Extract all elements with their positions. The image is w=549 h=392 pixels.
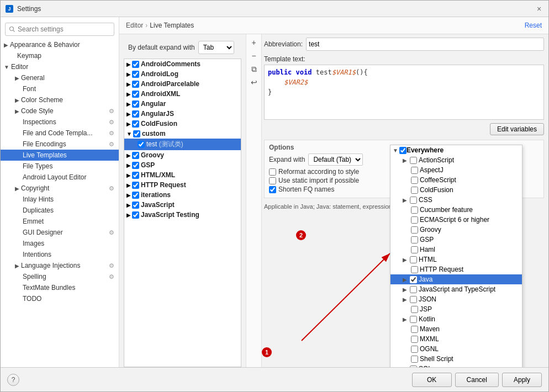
group-checkbox-android-log[interactable] (132, 71, 139, 78)
dd-item-checkbox-Groovy[interactable] (411, 226, 418, 234)
sidebar-item-editor[interactable]: ▼Editor (1, 61, 119, 72)
dd-item-checkbox-Java[interactable] (410, 276, 417, 283)
dd-item-checkbox-CoffeeScript[interactable] (411, 177, 418, 184)
sidebar-item-file-types[interactable]: File Types (1, 161, 119, 172)
sidebar-item-font[interactable]: Font (1, 83, 119, 94)
sidebar-item-color-scheme[interactable]: ▶Color Scheme (1, 94, 119, 105)
dd-item-checkbox-CSS[interactable] (410, 197, 417, 204)
sidebar-item-images[interactable]: Images (1, 238, 119, 249)
template-group-header-gsp[interactable]: ▶ GSP (124, 160, 241, 170)
template-group-header-custom[interactable]: ▼ custom (124, 129, 241, 139)
sidebar-item-intentions[interactable]: Intentions (1, 249, 119, 260)
dd-item-checkbox-ECMAScript 6 or higher[interactable] (411, 216, 418, 224)
sidebar-item-todo[interactable]: TODO (1, 293, 119, 304)
dd-item-coldfusion[interactable]: ColdFusion (390, 185, 522, 195)
template-group-header-android-log[interactable]: ▶ AndroidLog (124, 69, 241, 79)
dd-item-checkbox-JavaScript and TypeScript[interactable] (410, 286, 417, 293)
remove-button[interactable]: − (248, 50, 260, 62)
undo-button[interactable]: ↩ (248, 76, 260, 88)
dd-item-gsp[interactable]: GSP (390, 235, 522, 245)
dd-item-kotlin[interactable]: ▶ Kotlin (390, 314, 522, 324)
group-checkbox-iterations[interactable] (132, 192, 139, 199)
help-button[interactable]: ? (7, 374, 19, 386)
sidebar-item-file-and-code[interactable]: File and Code Templa...⚙ (1, 128, 119, 139)
sidebar-item-textmate[interactable]: TextMate Bundles (1, 282, 119, 293)
template-group-header-javascript[interactable]: ▶ JavaScript (124, 200, 241, 210)
template-group-header-android-xml[interactable]: ▶ AndroidXML (124, 89, 241, 99)
group-checkbox-groovy[interactable] (132, 152, 139, 159)
template-item-test-item[interactable]: test (测试类) (124, 139, 241, 150)
sidebar-item-inspections[interactable]: Inspections⚙ (1, 116, 119, 128)
template-group-header-angular[interactable]: ▶ Angular (124, 99, 241, 109)
sidebar-item-appearance[interactable]: ▶Appearance & Behavior (1, 39, 119, 50)
group-checkbox-custom[interactable] (133, 130, 140, 137)
apply-button[interactable]: Apply (502, 373, 542, 387)
dd-item-http-request[interactable]: HTTP Request (390, 264, 522, 274)
group-checkbox-javascript[interactable] (132, 202, 139, 209)
template-group-header-groovy[interactable]: ▶ Groovy (124, 150, 241, 160)
dd-item-checkbox-GSP[interactable] (411, 236, 418, 243)
sidebar-item-spelling[interactable]: Spelling⚙ (1, 271, 119, 282)
dd-item-checkbox-Kotlin[interactable] (410, 316, 417, 323)
sidebar-item-emmet[interactable]: Emmet (1, 216, 119, 227)
dd-item-haml[interactable]: Haml (390, 245, 522, 255)
group-checkbox-android-parcelable[interactable] (132, 81, 139, 88)
dd-item-groovy[interactable]: Groovy (390, 225, 522, 235)
item-checkbox-test-item[interactable] (138, 141, 145, 148)
template-group-header-javascript-testing[interactable]: ▶ JavaScript Testing (124, 210, 241, 220)
dd-item-shell-script[interactable]: Shell Script (390, 354, 522, 364)
sidebar-item-file-encodings[interactable]: File Encodings⚙ (1, 139, 119, 150)
ok-button[interactable]: OK (412, 373, 452, 387)
sidebar-item-gui-designer[interactable]: GUI Designer⚙ (1, 227, 119, 238)
dd-item-json[interactable]: ▶ JSON (390, 294, 522, 304)
sidebar-item-lang-inject[interactable]: ▶Language Injections⚙ (1, 260, 119, 271)
abbreviation-input[interactable] (306, 38, 544, 51)
context-dropdown[interactable]: ▼ Everywhere ▶ ActionScript AspectJ Coff… (390, 145, 522, 367)
reformat-checkbox[interactable] (269, 168, 276, 176)
search-input[interactable] (5, 23, 114, 36)
dd-item-maven[interactable]: Maven (390, 324, 522, 334)
close-button[interactable]: × (534, 4, 544, 14)
sidebar-item-code-style[interactable]: ▶Code Style⚙ (1, 105, 119, 116)
group-checkbox-javascript-testing[interactable] (132, 211, 139, 219)
sidebar-item-android-layout[interactable]: Android Layout Editor (1, 172, 119, 183)
sidebar-item-keymap[interactable]: Keymap (1, 50, 119, 61)
sidebar-item-duplicates[interactable]: Duplicates (1, 205, 119, 216)
dd-item-css[interactable]: ▶ CSS (390, 195, 522, 205)
dd-item-checkbox-HTML[interactable] (410, 256, 417, 263)
dd-item-javascript-and-typescript[interactable]: ▶ JavaScript and TypeScript (390, 284, 522, 294)
group-checkbox-gsp[interactable] (132, 162, 139, 169)
dd-item-checkbox-ColdFusion[interactable] (411, 187, 418, 194)
expand-with-options-select[interactable]: Default (Tab) Tab Enter Space (308, 153, 363, 166)
dd-item-coffeescript[interactable]: CoffeeScript (390, 175, 522, 185)
cancel-button[interactable]: Cancel (455, 373, 499, 387)
sidebar-item-general[interactable]: ▶General (1, 72, 119, 83)
shorten-checkbox[interactable] (269, 186, 276, 193)
static-import-checkbox[interactable] (269, 177, 276, 184)
reset-button[interactable]: Reset (525, 22, 542, 29)
template-group-header-http-request[interactable]: ▶ HTTP Request (124, 180, 241, 190)
group-checkbox-angularjs[interactable] (132, 110, 139, 118)
group-checkbox-html-xml[interactable] (132, 172, 139, 179)
expand-with-select[interactable]: Tab Enter Space (198, 41, 234, 54)
dd-item-jsp[interactable]: JSP (390, 304, 522, 314)
dd-item-checkbox-SQL[interactable] (410, 365, 417, 368)
dd-group-checkbox[interactable] (399, 147, 407, 154)
template-code-area[interactable]: public void test$VAR1$(){ $VAR2$ } (264, 65, 544, 120)
copy-button[interactable]: ⧉ (248, 63, 260, 75)
template-group-header-angularjs[interactable]: ▶ AngularJS (124, 109, 241, 119)
dd-item-checkbox-Shell Script[interactable] (411, 356, 418, 363)
dd-item-checkbox-HTTP Request[interactable] (411, 266, 418, 273)
dd-item-checkbox-MXML[interactable] (411, 336, 418, 343)
sidebar-item-live-templates[interactable]: Live Templates (1, 150, 119, 161)
group-checkbox-coldfusion[interactable] (132, 120, 139, 128)
dd-item-checkbox-ActionScript[interactable] (410, 157, 417, 164)
sidebar-item-inlay-hints[interactable]: Inlay Hints (1, 194, 119, 205)
template-group-header-coldfusion[interactable]: ▶ ColdFusion (124, 119, 241, 129)
template-group-header-android-comments[interactable]: ▶ AndroidComments (124, 59, 241, 69)
dd-item-cucumber-feature[interactable]: Cucumber feature (390, 205, 522, 215)
dd-item-ecmascript-6-or-higher[interactable]: ECMAScript 6 or higher (390, 215, 522, 225)
template-group-header-iterations[interactable]: ▶ iterations (124, 190, 241, 200)
dd-item-sql[interactable]: ▶ SQL (390, 364, 522, 367)
add-button[interactable]: + (248, 36, 260, 49)
